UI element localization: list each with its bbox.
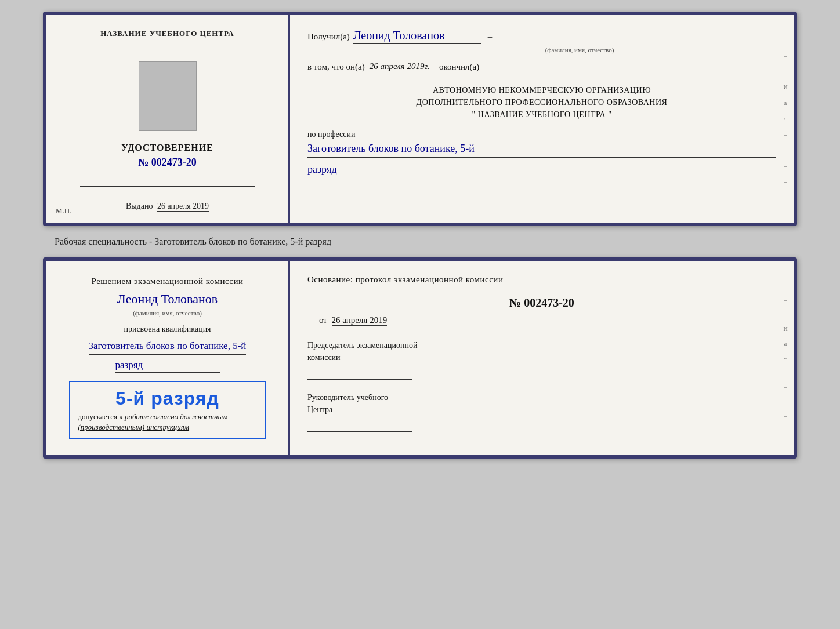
razryad-bottom: разряд: [115, 359, 220, 373]
director-line1: Руководитель учебного: [307, 391, 776, 403]
org-block: АВТОНОМНУЮ НЕКОММЕРЧЕСКУЮ ОРГАНИЗАЦИЮ ДО…: [307, 84, 776, 121]
chairman-line1: Председатель экзаменационной: [307, 339, 776, 351]
director-signature-line: [307, 420, 412, 432]
date-intro: в том, что он(а): [307, 62, 365, 72]
side-char-5: а: [784, 100, 787, 106]
qualification-label: присвоена квалификация: [124, 325, 211, 334]
side-char-6: ←: [783, 115, 788, 122]
side-char-b7: –: [784, 369, 787, 376]
commission-person-name: Леонид Толованов: [117, 292, 218, 308]
protocol-number: № 002473-20: [307, 296, 776, 310]
side-char-b10: –: [784, 413, 787, 419]
side-char-b3: –: [784, 311, 787, 318]
org-line1: АВТОНОМНУЮ НЕКОММЕРЧЕСКУЮ ОРГАНИЗАЦИЮ: [307, 84, 776, 96]
chairman-block: Председатель экзаменационной комиссии: [307, 339, 776, 380]
issued-line: Выдано 26 апреля 2019: [126, 202, 209, 211]
stamp-admit-end: (производственным) инструкциям: [78, 423, 190, 431]
profession-label: по профессии: [307, 130, 776, 139]
chairman-line2: комиссии: [307, 351, 776, 363]
side-char-b4: И: [783, 326, 787, 332]
razryad-value-top: разряд: [307, 163, 423, 177]
finished-label: окончил(а): [439, 62, 479, 72]
received-label: Получил(а): [307, 32, 350, 42]
photo-placeholder: [139, 61, 197, 131]
side-char-b1: –: [784, 282, 787, 289]
top-certificate-card: НАЗВАНИЕ УЧЕБНОГО ЦЕНТРА УДОСТОВЕРЕНИЕ №…: [43, 12, 797, 226]
chairman-signature-line: [307, 368, 412, 380]
cert-left-bottom: Решением экзаменационной комиссии Леонид…: [46, 261, 290, 455]
qualification-value: Заготовитель блоков по ботанике, 5-й: [89, 339, 247, 355]
basis-heading: Основание: протокол экзаменационной коми…: [307, 275, 776, 285]
issued-date: 26 апреля 2019: [157, 202, 209, 212]
from-date-prefix: от: [319, 315, 327, 325]
side-char-3: –: [784, 68, 787, 75]
stamp-admit: допускается к работе согласно должностны…: [78, 412, 257, 432]
cert-right-bottom: Основание: протокол экзаменационной коми…: [290, 261, 794, 455]
org-line3: " НАЗВАНИЕ УЧЕБНОГО ЦЕНТРА ": [307, 108, 776, 121]
chairman-title: Председатель экзаменационной комиссии: [307, 339, 776, 363]
side-char-7: –: [784, 132, 787, 138]
side-char-b9: –: [784, 398, 787, 405]
director-title: Руководитель учебного Центра: [307, 391, 776, 416]
cert-number-value: 002473-20: [151, 157, 197, 168]
date-line: в том, что он(а) 26 апреля 2019г. окончи…: [307, 61, 776, 72]
side-char-4: И: [783, 84, 787, 90]
org-line2: ДОПОЛНИТЕЛЬНОГО ПРОФЕССИОНАЛЬНОГО ОБРАЗО…: [307, 96, 776, 108]
mp-label: М.П.: [56, 206, 71, 216]
from-date-value: 26 апреля 2019: [332, 315, 388, 326]
blue-stamp-box: 5-й разряд допускается к работе согласно…: [69, 381, 266, 439]
underline-divider-1: [80, 186, 255, 187]
dash-after-name: –: [488, 32, 493, 42]
cert-left-top: НАЗВАНИЕ УЧЕБНОГО ЦЕНТРА УДОСТОВЕРЕНИЕ №…: [46, 15, 290, 223]
date-value: 26 апреля 2019г.: [370, 61, 430, 72]
description-line: Рабочая специальность - Заготовитель бло…: [55, 237, 331, 247]
stamp-grade: 5-й разряд: [78, 388, 257, 409]
side-char-b2: –: [784, 297, 787, 303]
side-char-b5: а: [784, 340, 787, 347]
issued-label: Выдано: [126, 202, 153, 210]
commission-heading: Решением экзаменационной комиссии: [92, 275, 244, 288]
side-char-8: –: [784, 147, 787, 154]
director-block: Руководитель учебного Центра: [307, 391, 776, 432]
fio-label-top: (фамилия, имя, отчество): [383, 46, 776, 53]
recipient-line: Получил(а) Леонид Толованов –: [307, 29, 776, 44]
side-char-2: –: [784, 53, 787, 59]
profession-value: Заготовитель блоков по ботанике, 5-й: [307, 141, 776, 158]
cert-title: УДОСТОВЕРЕНИЕ: [121, 143, 213, 153]
bottom-certificate-card: Решением экзаменационной комиссии Леонид…: [43, 257, 797, 459]
from-date-line: от 26 апреля 2019: [307, 315, 776, 325]
side-char-9: –: [784, 163, 787, 169]
stamp-admit-prefix: допускается к: [78, 412, 123, 421]
side-char-11: –: [784, 194, 787, 201]
director-line2: Центра: [307, 403, 776, 416]
side-char-b11: –: [784, 427, 787, 434]
side-char-b8: –: [784, 384, 787, 390]
cert-number-prefix: №: [138, 157, 149, 168]
side-char-1: –: [784, 37, 787, 43]
recipient-name: Леонид Толованов: [353, 29, 481, 44]
right-edge-decorations-bottom: – – – И а ← – – – – –: [780, 278, 791, 438]
cert-right-top: Получил(а) Леонид Толованов – (фамилия, …: [290, 15, 794, 223]
side-char-10: –: [784, 179, 787, 185]
side-char-b6: ←: [783, 355, 788, 361]
stamp-admit-italic: работе согласно должностным: [125, 412, 228, 421]
right-edge-decorations: – – – И а ← – – – – –: [780, 32, 791, 205]
training-center-label-top: НАЗВАНИЕ УЧЕБНОГО ЦЕНТРА: [100, 29, 234, 38]
fio-label-bottom: (фамилия, имя, отчество): [133, 310, 202, 317]
cert-number: № 002473-20: [138, 157, 197, 169]
